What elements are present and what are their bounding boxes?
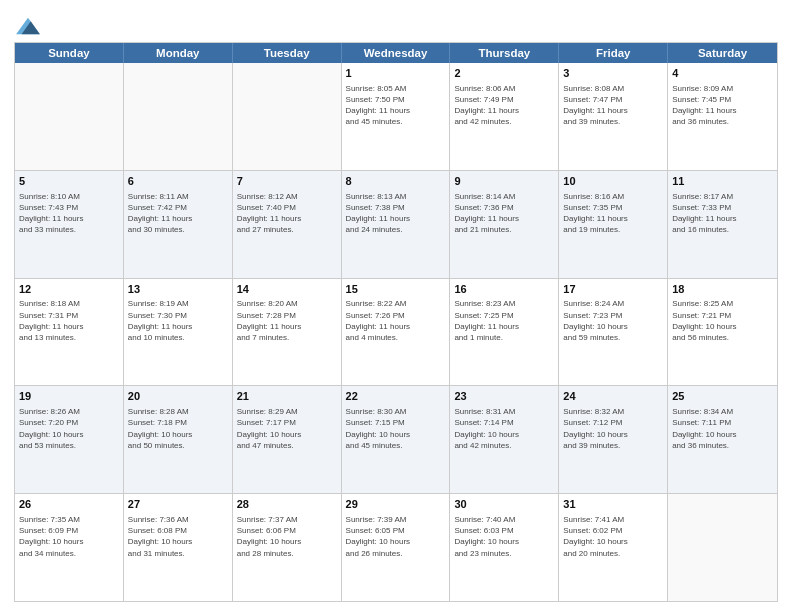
day-info: Sunrise: 8:09 AM Sunset: 7:45 PM Dayligh… [672, 83, 773, 128]
day-info: Sunrise: 7:39 AM Sunset: 6:05 PM Dayligh… [346, 514, 446, 559]
day-info: Sunrise: 8:11 AM Sunset: 7:42 PM Dayligh… [128, 191, 228, 236]
calendar-day-14: 14Sunrise: 8:20 AM Sunset: 7:28 PM Dayli… [233, 279, 342, 386]
day-info: Sunrise: 8:28 AM Sunset: 7:18 PM Dayligh… [128, 406, 228, 451]
calendar-day-28: 28Sunrise: 7:37 AM Sunset: 6:06 PM Dayli… [233, 494, 342, 601]
day-info: Sunrise: 8:23 AM Sunset: 7:25 PM Dayligh… [454, 298, 554, 343]
day-number: 13 [128, 282, 228, 297]
day-info: Sunrise: 7:36 AM Sunset: 6:08 PM Dayligh… [128, 514, 228, 559]
calendar-day-13: 13Sunrise: 8:19 AM Sunset: 7:30 PM Dayli… [124, 279, 233, 386]
day-info: Sunrise: 8:16 AM Sunset: 7:35 PM Dayligh… [563, 191, 663, 236]
day-info: Sunrise: 7:37 AM Sunset: 6:06 PM Dayligh… [237, 514, 337, 559]
day-number: 15 [346, 282, 446, 297]
day-info: Sunrise: 8:31 AM Sunset: 7:14 PM Dayligh… [454, 406, 554, 451]
day-number: 18 [672, 282, 773, 297]
day-number: 8 [346, 174, 446, 189]
day-info: Sunrise: 8:14 AM Sunset: 7:36 PM Dayligh… [454, 191, 554, 236]
day-info: Sunrise: 7:40 AM Sunset: 6:03 PM Dayligh… [454, 514, 554, 559]
logo [14, 14, 46, 36]
logo-icon [14, 14, 42, 36]
calendar-day-22: 22Sunrise: 8:30 AM Sunset: 7:15 PM Dayli… [342, 386, 451, 493]
day-number: 5 [19, 174, 119, 189]
day-number: 1 [346, 66, 446, 81]
calendar-day-18: 18Sunrise: 8:25 AM Sunset: 7:21 PM Dayli… [668, 279, 777, 386]
day-info: Sunrise: 8:13 AM Sunset: 7:38 PM Dayligh… [346, 191, 446, 236]
day-number: 22 [346, 389, 446, 404]
day-info: Sunrise: 8:10 AM Sunset: 7:43 PM Dayligh… [19, 191, 119, 236]
weekday-header-wednesday: Wednesday [342, 43, 451, 63]
calendar-header: SundayMondayTuesdayWednesdayThursdayFrid… [15, 43, 777, 63]
day-info: Sunrise: 8:34 AM Sunset: 7:11 PM Dayligh… [672, 406, 773, 451]
day-info: Sunrise: 8:12 AM Sunset: 7:40 PM Dayligh… [237, 191, 337, 236]
day-info: Sunrise: 8:32 AM Sunset: 7:12 PM Dayligh… [563, 406, 663, 451]
calendar-week-2: 5Sunrise: 8:10 AM Sunset: 7:43 PM Daylig… [15, 170, 777, 278]
day-number: 6 [128, 174, 228, 189]
calendar-day-16: 16Sunrise: 8:23 AM Sunset: 7:25 PM Dayli… [450, 279, 559, 386]
calendar-day-27: 27Sunrise: 7:36 AM Sunset: 6:08 PM Dayli… [124, 494, 233, 601]
calendar-day-29: 29Sunrise: 7:39 AM Sunset: 6:05 PM Dayli… [342, 494, 451, 601]
calendar-day-1: 1Sunrise: 8:05 AM Sunset: 7:50 PM Daylig… [342, 63, 451, 170]
day-number: 7 [237, 174, 337, 189]
calendar-day-24: 24Sunrise: 8:32 AM Sunset: 7:12 PM Dayli… [559, 386, 668, 493]
calendar-day-26: 26Sunrise: 7:35 AM Sunset: 6:09 PM Dayli… [15, 494, 124, 601]
calendar-day-7: 7Sunrise: 8:12 AM Sunset: 7:40 PM Daylig… [233, 171, 342, 278]
day-number: 11 [672, 174, 773, 189]
day-number: 19 [19, 389, 119, 404]
day-number: 31 [563, 497, 663, 512]
day-number: 16 [454, 282, 554, 297]
day-info: Sunrise: 7:41 AM Sunset: 6:02 PM Dayligh… [563, 514, 663, 559]
day-number: 21 [237, 389, 337, 404]
calendar-day-empty-4-6 [668, 494, 777, 601]
calendar-day-30: 30Sunrise: 7:40 AM Sunset: 6:03 PM Dayli… [450, 494, 559, 601]
calendar-day-15: 15Sunrise: 8:22 AM Sunset: 7:26 PM Dayli… [342, 279, 451, 386]
day-info: Sunrise: 8:22 AM Sunset: 7:26 PM Dayligh… [346, 298, 446, 343]
day-number: 23 [454, 389, 554, 404]
calendar-day-2: 2Sunrise: 8:06 AM Sunset: 7:49 PM Daylig… [450, 63, 559, 170]
calendar-body: 1Sunrise: 8:05 AM Sunset: 7:50 PM Daylig… [15, 63, 777, 601]
weekday-header-friday: Friday [559, 43, 668, 63]
day-number: 24 [563, 389, 663, 404]
weekday-header-tuesday: Tuesday [233, 43, 342, 63]
day-number: 10 [563, 174, 663, 189]
day-number: 9 [454, 174, 554, 189]
calendar-day-4: 4Sunrise: 8:09 AM Sunset: 7:45 PM Daylig… [668, 63, 777, 170]
day-number: 30 [454, 497, 554, 512]
calendar-day-17: 17Sunrise: 8:24 AM Sunset: 7:23 PM Dayli… [559, 279, 668, 386]
calendar-week-1: 1Sunrise: 8:05 AM Sunset: 7:50 PM Daylig… [15, 63, 777, 170]
day-number: 25 [672, 389, 773, 404]
calendar-day-11: 11Sunrise: 8:17 AM Sunset: 7:33 PM Dayli… [668, 171, 777, 278]
day-info: Sunrise: 8:30 AM Sunset: 7:15 PM Dayligh… [346, 406, 446, 451]
weekday-header-sunday: Sunday [15, 43, 124, 63]
day-number: 27 [128, 497, 228, 512]
day-info: Sunrise: 8:19 AM Sunset: 7:30 PM Dayligh… [128, 298, 228, 343]
calendar-week-4: 19Sunrise: 8:26 AM Sunset: 7:20 PM Dayli… [15, 385, 777, 493]
calendar-day-10: 10Sunrise: 8:16 AM Sunset: 7:35 PM Dayli… [559, 171, 668, 278]
calendar-day-5: 5Sunrise: 8:10 AM Sunset: 7:43 PM Daylig… [15, 171, 124, 278]
day-info: Sunrise: 8:26 AM Sunset: 7:20 PM Dayligh… [19, 406, 119, 451]
header [14, 10, 778, 36]
day-number: 3 [563, 66, 663, 81]
day-info: Sunrise: 7:35 AM Sunset: 6:09 PM Dayligh… [19, 514, 119, 559]
day-info: Sunrise: 8:25 AM Sunset: 7:21 PM Dayligh… [672, 298, 773, 343]
calendar-day-20: 20Sunrise: 8:28 AM Sunset: 7:18 PM Dayli… [124, 386, 233, 493]
calendar-day-8: 8Sunrise: 8:13 AM Sunset: 7:38 PM Daylig… [342, 171, 451, 278]
weekday-header-thursday: Thursday [450, 43, 559, 63]
calendar-day-9: 9Sunrise: 8:14 AM Sunset: 7:36 PM Daylig… [450, 171, 559, 278]
day-number: 20 [128, 389, 228, 404]
calendar-week-5: 26Sunrise: 7:35 AM Sunset: 6:09 PM Dayli… [15, 493, 777, 601]
day-number: 12 [19, 282, 119, 297]
page: SundayMondayTuesdayWednesdayThursdayFrid… [0, 0, 792, 612]
day-number: 17 [563, 282, 663, 297]
calendar-week-3: 12Sunrise: 8:18 AM Sunset: 7:31 PM Dayli… [15, 278, 777, 386]
day-number: 26 [19, 497, 119, 512]
day-info: Sunrise: 8:29 AM Sunset: 7:17 PM Dayligh… [237, 406, 337, 451]
day-number: 28 [237, 497, 337, 512]
day-info: Sunrise: 8:18 AM Sunset: 7:31 PM Dayligh… [19, 298, 119, 343]
day-info: Sunrise: 8:24 AM Sunset: 7:23 PM Dayligh… [563, 298, 663, 343]
calendar: SundayMondayTuesdayWednesdayThursdayFrid… [14, 42, 778, 602]
calendar-day-12: 12Sunrise: 8:18 AM Sunset: 7:31 PM Dayli… [15, 279, 124, 386]
calendar-day-21: 21Sunrise: 8:29 AM Sunset: 7:17 PM Dayli… [233, 386, 342, 493]
day-info: Sunrise: 8:20 AM Sunset: 7:28 PM Dayligh… [237, 298, 337, 343]
weekday-header-saturday: Saturday [668, 43, 777, 63]
calendar-day-3: 3Sunrise: 8:08 AM Sunset: 7:47 PM Daylig… [559, 63, 668, 170]
day-number: 29 [346, 497, 446, 512]
